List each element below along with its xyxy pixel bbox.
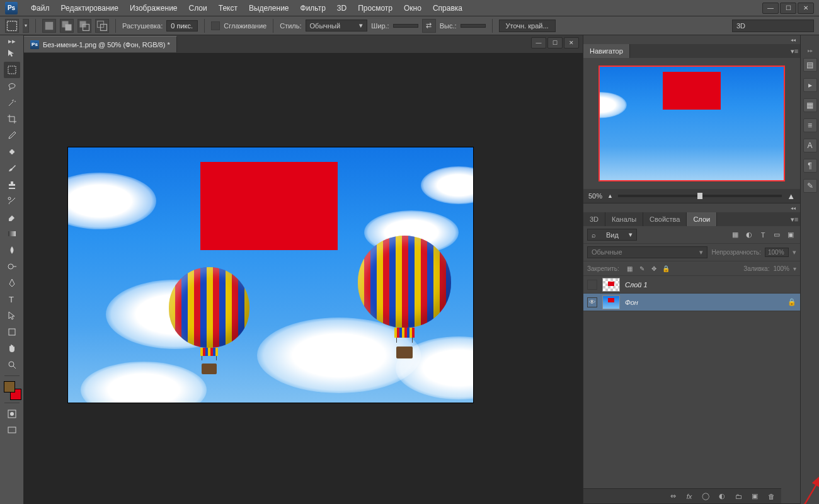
panel-menu-icon[interactable]: ▾≡: [789, 47, 800, 55]
filter-smart-icon[interactable]: ▣: [785, 229, 796, 241]
mask-icon[interactable]: ◯: [701, 491, 711, 501]
layer-name[interactable]: Фон: [625, 299, 638, 306]
eyedropper-tool-icon[interactable]: [4, 127, 20, 144]
visibility-toggle[interactable]: [587, 280, 597, 290]
canvas-viewport[interactable]: [68, 147, 473, 403]
menu-edit[interactable]: Редактирование: [55, 1, 124, 16]
wand-tool-icon[interactable]: [4, 94, 20, 111]
zoom-out-icon[interactable]: ▲: [607, 193, 613, 199]
menu-filter[interactable]: Фильтр: [295, 1, 331, 16]
zoom-slider[interactable]: [618, 195, 782, 197]
document-tab[interactable]: Ps Без-имени-1.png @ 50% (Фон, RGB/8) *: [24, 36, 177, 52]
fill-input[interactable]: 100%: [773, 265, 789, 272]
group-icon[interactable]: 🗀: [733, 491, 743, 501]
navigator-thumbnail[interactable]: [598, 66, 785, 181]
collapse-panels-icon[interactable]: ◂◂: [786, 205, 800, 211]
collapse-panels-icon[interactable]: ◂◂: [786, 37, 800, 43]
layer-kind-dropdown[interactable]: ⌕ Вид▾: [587, 229, 637, 241]
window-minimize-icon[interactable]: —: [762, 3, 779, 14]
layer-name[interactable]: Слой 1: [625, 281, 648, 289]
new-selection-icon[interactable]: [42, 19, 56, 33]
doc-close-icon[interactable]: ✕: [564, 37, 579, 49]
menu-window[interactable]: Окно: [398, 1, 427, 16]
menu-select[interactable]: Выделение: [243, 1, 295, 16]
foreground-color-swatch[interactable]: [4, 381, 15, 392]
new-layer-icon[interactable]: ▣: [750, 491, 760, 501]
dock-actions-icon[interactable]: ▸: [803, 78, 817, 92]
dodge-tool-icon[interactable]: [4, 258, 20, 275]
lasso-tool-icon[interactable]: [4, 78, 20, 94]
window-close-icon[interactable]: ✕: [798, 3, 814, 14]
move-tool-icon[interactable]: [4, 45, 20, 62]
workspace-switcher[interactable]: 3D: [732, 20, 814, 32]
layer-row[interactable]: Слой 1: [583, 276, 800, 294]
lock-pixels-icon[interactable]: ✎: [638, 264, 646, 273]
tab-3d[interactable]: 3D: [583, 212, 605, 226]
layers-panel-menu-icon[interactable]: ▾≡: [789, 215, 800, 224]
menu-help[interactable]: Справка: [427, 1, 468, 16]
antialias-checkbox[interactable]: [211, 21, 220, 30]
shape-tool-icon[interactable]: [4, 324, 20, 340]
dock-swatches-icon[interactable]: ▦: [803, 98, 817, 112]
menu-file[interactable]: Файл: [25, 1, 55, 16]
heal-tool-icon[interactable]: [4, 144, 20, 160]
navigator-tab[interactable]: Навигатор: [583, 44, 630, 58]
menu-image[interactable]: Изображение: [124, 1, 183, 16]
feather-input[interactable]: 0 пикс.: [166, 20, 198, 32]
filter-adjust-icon[interactable]: ◐: [743, 229, 755, 241]
menu-layers[interactable]: Слои: [183, 1, 213, 16]
blur-tool-icon[interactable]: [4, 242, 20, 258]
gradient-tool-icon[interactable]: [4, 226, 20, 242]
history-brush-tool-icon[interactable]: [4, 193, 20, 209]
lock-position-icon[interactable]: ✥: [650, 264, 658, 273]
current-tool-icon[interactable]: [5, 19, 19, 33]
eraser-tool-icon[interactable]: [4, 209, 20, 226]
filter-pixel-icon[interactable]: ▦: [730, 229, 741, 241]
color-swatches[interactable]: [3, 381, 21, 400]
doc-maximize-icon[interactable]: ☐: [547, 37, 563, 49]
dock-history-icon[interactable]: ▤: [803, 58, 817, 72]
type-tool-icon[interactable]: T: [4, 291, 20, 307]
zoom-tool-icon[interactable]: [4, 357, 20, 373]
intersect-selection-icon[interactable]: [95, 19, 109, 33]
screenmode-icon[interactable]: [4, 422, 20, 438]
visibility-toggle[interactable]: 👁: [587, 297, 597, 307]
layer-row[interactable]: 👁 Фон 🔒: [583, 294, 800, 311]
quickmask-icon[interactable]: [4, 406, 20, 422]
hand-tool-icon[interactable]: [4, 340, 20, 357]
dock-brush-icon[interactable]: ✎: [803, 179, 817, 193]
menu-3d[interactable]: 3D: [331, 1, 352, 16]
lock-transparent-icon[interactable]: ▦: [626, 264, 634, 273]
pen-tool-icon[interactable]: [4, 275, 20, 291]
doc-minimize-icon[interactable]: —: [531, 37, 546, 49]
layer-thumbnail[interactable]: [602, 278, 620, 292]
lock-all-icon[interactable]: 🔒: [662, 264, 670, 273]
window-maximize-icon[interactable]: ☐: [780, 3, 796, 14]
menu-text[interactable]: Текст: [213, 1, 243, 16]
marquee-tool-icon[interactable]: [4, 62, 20, 78]
toolbox-grip-icon[interactable]: ▸▸: [3, 38, 21, 44]
adjustment-icon[interactable]: ◐: [717, 491, 727, 501]
stamp-tool-icon[interactable]: [4, 176, 20, 193]
fx-icon[interactable]: fx: [684, 491, 694, 501]
brush-tool-icon[interactable]: [4, 160, 20, 176]
tab-layers[interactable]: Слои: [687, 212, 717, 226]
layer-thumbnail[interactable]: [602, 295, 620, 309]
path-select-tool-icon[interactable]: [4, 307, 20, 324]
dock-styles-icon[interactable]: ≡: [803, 118, 817, 132]
opacity-input[interactable]: 100%: [765, 248, 789, 257]
refine-edge-button[interactable]: Уточн. край...: [499, 20, 556, 32]
tab-channels[interactable]: Каналы: [605, 212, 643, 226]
filter-type-icon[interactable]: T: [757, 229, 769, 241]
tool-preset-dropdown[interactable]: ▾: [23, 19, 29, 33]
dock-para-icon[interactable]: ¶: [803, 159, 817, 173]
crop-tool-icon[interactable]: [4, 111, 20, 127]
style-dropdown[interactable]: Обычный▾: [306, 20, 368, 32]
add-selection-icon[interactable]: [60, 19, 74, 33]
link-layers-icon[interactable]: ⇔: [668, 491, 678, 501]
trash-icon[interactable]: 🗑: [766, 491, 776, 501]
blend-mode-dropdown[interactable]: Обычные▾: [587, 246, 707, 258]
zoom-in-icon[interactable]: ▲: [787, 192, 795, 201]
dock-char-icon[interactable]: A: [803, 139, 817, 152]
canvas[interactable]: [68, 147, 473, 403]
